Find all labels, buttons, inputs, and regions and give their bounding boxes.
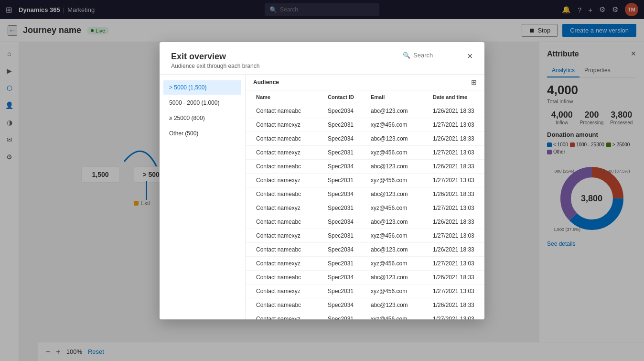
- exit-overview-modal: Exit overview Audience exit through each…: [160, 42, 484, 319]
- cell-name: Contact nameabc: [253, 160, 325, 173]
- table-row: Contact nameabc Spec2034 abc@123.com 1/2…: [246, 243, 484, 257]
- modal-header-text: Exit overview Audience exit through each…: [171, 52, 259, 69]
- cell-email: xyz@456.com: [368, 312, 430, 319]
- branch-item-4[interactable]: Other (500): [163, 126, 241, 141]
- table-body: Contact nameabc Spec2034 abc@123.com 1/2…: [246, 104, 484, 319]
- cell-name: Contact namexyz: [253, 284, 325, 298]
- table-audience-header: Audience ⊞: [246, 75, 484, 90]
- cell-email: xyz@456.com: [368, 284, 430, 298]
- cell-date: 1/26/2021 18:33: [430, 215, 484, 229]
- table-row: Contact namexyz Spec2031 xyz@456.com 1/2…: [246, 201, 484, 215]
- cell-email: xyz@456.com: [368, 257, 430, 270]
- cell-id: Spec2034: [325, 215, 368, 229]
- table-column-headers: Name Contact ID Email Date and time: [246, 90, 484, 104]
- cell-email: abc@123.com: [368, 298, 430, 312]
- cell-date: 1/26/2021 18:33: [430, 160, 484, 173]
- cell-id: Spec2031: [325, 284, 368, 298]
- cell-name: Contact namexyz: [253, 201, 325, 215]
- cell-date: 1/27/2021 13:03: [430, 146, 484, 159]
- cell-email: xyz@456.com: [368, 146, 430, 159]
- cell-email: abc@123.com: [368, 243, 430, 256]
- cell-date: 1/26/2021 18:33: [430, 104, 484, 118]
- branch-list: > 5000 (1,500) 5000 - 2000 (1,000) ≥ 250…: [160, 75, 246, 319]
- cell-id: Spec2034: [325, 132, 368, 145]
- table-row: Contact nameabc Spec2034 abc@123.com 1/2…: [246, 187, 484, 201]
- cell-name: Contact nameabc: [253, 215, 325, 229]
- table-row: Contact namexyz Spec2031 xyz@456.com 1/2…: [246, 257, 484, 271]
- cell-id: Spec2031: [325, 174, 368, 187]
- cell-email: abc@123.com: [368, 271, 430, 284]
- cell-email: abc@123.com: [368, 160, 430, 173]
- table-row: Contact nameabc Spec2034 abc@123.com 1/2…: [246, 132, 484, 146]
- cell-id: Spec2031: [325, 312, 368, 319]
- cell-name: Contact nameabc: [253, 243, 325, 256]
- modal-title: Exit overview: [171, 52, 259, 62]
- table-row: Contact nameabc Spec2034 abc@123.com 1/2…: [246, 160, 484, 174]
- cell-date: 1/26/2021 18:33: [430, 243, 484, 256]
- table-row: Contact namexyz Spec2031 xyz@456.com 1/2…: [246, 284, 484, 298]
- table-columns-icon[interactable]: ⊞: [471, 78, 477, 86]
- table-row: Contact nameabc Spec2034 abc@123.com 1/2…: [246, 298, 484, 312]
- table-row: Contact namexyz Spec2031 xyz@456.com 1/2…: [246, 229, 484, 243]
- cell-date: 1/26/2021 18:33: [430, 271, 484, 284]
- table-row: Contact nameabc Spec2034 abc@123.com 1/2…: [246, 215, 484, 229]
- col-header-name: Name: [253, 90, 325, 104]
- cell-date: 1/27/2021 13:03: [430, 257, 484, 270]
- cell-name: Contact nameabc: [253, 104, 325, 118]
- cell-date: 1/26/2021 18:33: [430, 187, 484, 201]
- cell-date: 1/27/2021 13:03: [430, 118, 484, 131]
- modal-search-inline[interactable]: 🔍: [403, 52, 461, 61]
- cell-id: Spec2031: [325, 146, 368, 159]
- cell-id: Spec2031: [325, 118, 368, 131]
- table-row: Contact nameabc Spec2034 abc@123.com 1/2…: [246, 271, 484, 284]
- modal-body: > 5000 (1,500) 5000 - 2000 (1,000) ≥ 250…: [160, 75, 484, 319]
- cell-id: Spec2034: [325, 243, 368, 256]
- cell-date: 1/27/2021 13:03: [430, 174, 484, 187]
- table-row: Contact namexyz Spec2031 xyz@456.com 1/2…: [246, 174, 484, 187]
- table-row: Contact nameabc Spec2034 abc@123.com 1/2…: [246, 104, 484, 118]
- cell-name: Contact namexyz: [253, 118, 325, 131]
- cell-id: Spec2034: [325, 104, 368, 118]
- cell-id: Spec2034: [325, 160, 368, 173]
- cell-date: 1/26/2021 18:33: [430, 132, 484, 145]
- cell-email: xyz@456.com: [368, 118, 430, 131]
- cell-id: Spec2034: [325, 187, 368, 201]
- cell-name: Contact namexyz: [253, 146, 325, 159]
- cell-name: Contact nameabc: [253, 187, 325, 201]
- cell-date: 1/27/2021 13:03: [430, 284, 484, 298]
- cell-date: 1/27/2021 13:03: [430, 201, 484, 215]
- cell-name: Contact nameabc: [253, 298, 325, 312]
- audience-table: Audience ⊞ Name Contact ID Email Date an…: [246, 75, 484, 319]
- col-header-id: Contact ID: [325, 90, 368, 104]
- branch-item-2[interactable]: 5000 - 2000 (1,000): [163, 96, 241, 110]
- cell-name: Contact nameabc: [253, 271, 325, 284]
- table-row: Contact namexyz Spec2031 xyz@456.com 1/2…: [246, 146, 484, 160]
- cell-id: Spec2031: [325, 229, 368, 242]
- cell-name: Contact namexyz: [253, 257, 325, 270]
- table-row: Contact namexyz Spec2031 xyz@456.com 1/2…: [246, 118, 484, 132]
- cell-email: abc@123.com: [368, 187, 430, 201]
- cell-id: Spec2034: [325, 271, 368, 284]
- modal-close-button[interactable]: ✕: [467, 52, 473, 61]
- modal-header: Exit overview Audience exit through each…: [160, 42, 484, 75]
- cell-name: Contact namexyz: [253, 312, 325, 319]
- col-header-date: Date and time: [430, 90, 484, 104]
- modal-overlay: Exit overview Audience exit through each…: [0, 0, 644, 361]
- modal-subtitle: Audience exit through each branch: [171, 63, 259, 69]
- cell-email: abc@123.com: [368, 132, 430, 145]
- cell-name: Contact nameabc: [253, 132, 325, 145]
- modal-search-input-inline[interactable]: [413, 52, 461, 59]
- branch-item-3[interactable]: ≥ 25000 (800): [163, 111, 241, 125]
- branch-item-1[interactable]: > 5000 (1,500): [163, 80, 241, 95]
- cell-email: abc@123.com: [368, 104, 430, 118]
- cell-email: xyz@456.com: [368, 229, 430, 242]
- search-icon: 🔍: [403, 52, 410, 59]
- modal-header-right: 🔍 ✕: [403, 52, 473, 61]
- cell-id: Spec2031: [325, 257, 368, 270]
- cell-email: abc@123.com: [368, 215, 430, 229]
- table-row: Contact namexyz Spec2031 xyz@456.com 1/2…: [246, 312, 484, 319]
- cell-name: Contact namexyz: [253, 229, 325, 242]
- cell-name: Contact namexyz: [253, 174, 325, 187]
- cell-email: xyz@456.com: [368, 201, 430, 215]
- audience-label: Audience: [253, 79, 279, 86]
